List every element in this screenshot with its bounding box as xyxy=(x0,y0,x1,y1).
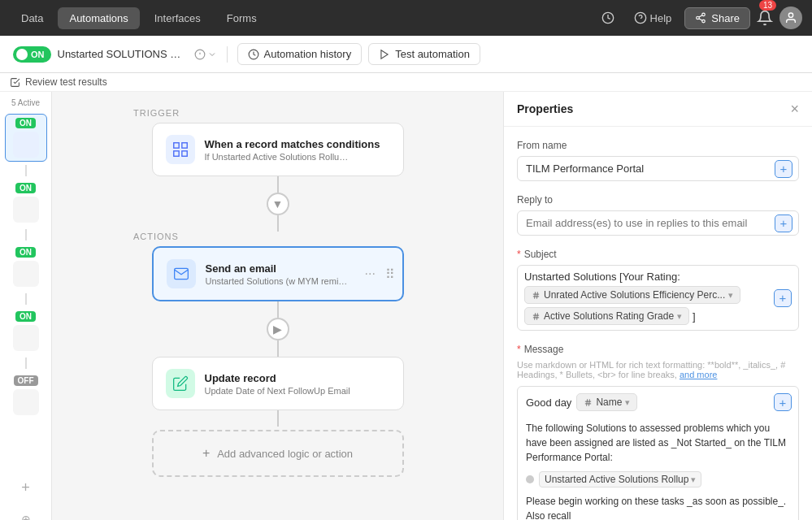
svg-marker-13 xyxy=(381,50,388,58)
message-field-tag[interactable]: Unstarted Active Solutions Rollup ▾ xyxy=(539,471,701,488)
subject-token-2-label: Active Solutions Rating Grade xyxy=(544,310,674,322)
subject-suffix: ] xyxy=(693,310,696,323)
subject-token-1-dropdown[interactable]: ▾ xyxy=(728,290,733,301)
svg-point-3 xyxy=(702,13,706,16)
trigger-label: TRIGGER xyxy=(133,108,180,118)
message-group: * Message Use markdown or HTML for rich … xyxy=(517,344,799,520)
email-more-btn[interactable]: ··· xyxy=(362,265,379,284)
message-editor[interactable]: + Good day Name ▾ The following Solution… xyxy=(517,386,799,520)
update-card-content: Update record Update Date of Next Follow… xyxy=(205,372,390,396)
action-card-update[interactable]: Update record Update Date of Next Follow… xyxy=(152,357,404,410)
message-field-dropdown[interactable]: ▾ xyxy=(691,474,696,485)
subject-required: * xyxy=(517,249,521,260)
sidebar-add-button-2[interactable]: ⊕ xyxy=(15,506,37,520)
action-card-email[interactable]: Send an email Unstarted Solutions (w MYM… xyxy=(152,246,404,301)
message-name-dropdown[interactable]: ▾ xyxy=(625,397,630,408)
test-automation-button[interactable]: Test automation xyxy=(368,43,480,65)
trigger-card[interactable]: When a record matches conditions If Unst… xyxy=(152,123,404,176)
message-required: * xyxy=(517,344,521,355)
left-sidebar: 5 Active ON ON ON ON OFF + ⊕ xyxy=(0,92,52,520)
email-card-actions: ··· ⠿ xyxy=(362,265,398,284)
user-avatar[interactable] xyxy=(779,6,802,29)
sidebar-item-5[interactable]: OFF xyxy=(5,372,47,418)
actions-label: ACTIONS xyxy=(133,232,179,241)
subject-token-1-label: Unrated Active Solutions Efficiency Perc… xyxy=(544,289,725,301)
review-bar[interactable]: Review test results xyxy=(0,73,812,92)
svg-line-28 xyxy=(587,399,588,405)
notification-button[interactable]: 13 xyxy=(757,10,773,26)
help-button[interactable]: Help xyxy=(627,8,679,28)
svg-line-25 xyxy=(536,313,537,319)
sidebar-item-1[interactable]: ON xyxy=(5,114,47,162)
svg-point-5 xyxy=(702,20,706,23)
reply-to-label: Reply to xyxy=(517,194,799,206)
svg-rect-17 xyxy=(173,151,178,156)
trigger-card-sub: If Unstarted Active Solutions Rollup is … xyxy=(205,152,351,162)
history-button[interactable]: Automation history xyxy=(237,43,363,65)
from-name-plus[interactable]: + xyxy=(775,160,792,178)
message-field-row: Unstarted Active Solutions Rollup ▾ xyxy=(526,471,790,488)
email-card-content: Send an email Unstarted Solutions (w MYM… xyxy=(206,262,352,286)
toggle-label: ON xyxy=(31,50,45,59)
nav-tab-data[interactable]: Data xyxy=(10,7,54,29)
message-hint: Use markdown or HTML for rich text forma… xyxy=(517,360,799,379)
properties-panel: Properties × From name + Reply to + xyxy=(503,92,812,520)
sidebar-badge-1: ON xyxy=(15,118,36,128)
subject-plus[interactable]: + xyxy=(774,289,792,307)
nav-tab-automations[interactable]: Automations xyxy=(58,7,139,29)
connector-line-4 xyxy=(277,340,279,357)
email-card-icon xyxy=(167,259,196,288)
reply-to-group: Reply to + xyxy=(517,194,799,236)
from-name-wrap: + xyxy=(517,156,799,181)
message-field-label: Unstarted Active Solutions Rollup xyxy=(545,474,688,485)
sidebar-item-2[interactable]: ON xyxy=(5,180,47,226)
add-icon: + xyxy=(202,446,210,460)
automation-info[interactable] xyxy=(194,49,217,60)
subject-token-2-dropdown[interactable]: ▾ xyxy=(677,311,682,322)
sidebar-add-button[interactable]: + xyxy=(15,473,37,503)
nav-tab-interfaces[interactable]: Interfaces xyxy=(143,7,212,29)
message-greeting-line: Good day Name ▾ xyxy=(526,393,790,411)
email-drag-btn[interactable]: ⠿ xyxy=(382,265,398,284)
sidebar-item-4[interactable]: ON xyxy=(5,308,47,354)
sidebar-badge-2: ON xyxy=(15,183,36,193)
panel-header: Properties × xyxy=(504,92,812,127)
message-body1: The following Solutions to assessed prob… xyxy=(526,421,790,465)
svg-line-21 xyxy=(536,292,537,298)
share-label: Share xyxy=(711,12,740,24)
automation-name[interactable]: Unstarted SOLUTIONS Email to ... xyxy=(58,48,188,60)
connector-circle-2[interactable]: ▶ xyxy=(267,318,289,340)
sidebar-item-3[interactable]: ON xyxy=(5,244,47,290)
subject-row[interactable]: Unstarted Solutions [Your Rating: Unrate… xyxy=(517,265,799,331)
from-name-input[interactable] xyxy=(517,156,799,181)
history-nav-icon[interactable] xyxy=(595,8,621,28)
reply-to-plus[interactable]: + xyxy=(775,214,792,232)
panel-close-button[interactable]: × xyxy=(790,102,799,116)
email-card-title: Send an email xyxy=(206,262,352,275)
add-action-button[interactable]: + Add advanced logic or action xyxy=(152,430,404,477)
share-button[interactable]: Share xyxy=(684,7,750,29)
connector-line-2 xyxy=(277,215,279,232)
update-card-icon xyxy=(166,369,195,398)
help-label: Help xyxy=(650,12,672,24)
update-card-title: Update record xyxy=(205,372,390,384)
message-hint-link[interactable]: and more xyxy=(680,370,717,379)
message-greeting: Good day xyxy=(526,396,571,409)
automation-toggle[interactable]: ON xyxy=(13,46,51,63)
message-plus[interactable]: + xyxy=(774,393,792,411)
connector-circle-1[interactable]: ▼ xyxy=(267,193,289,215)
automation-canvas: TRIGGER When a record matches conditions… xyxy=(52,92,503,520)
subject-token-2[interactable]: Active Solutions Rating Grade ▾ xyxy=(524,307,689,325)
message-name-token[interactable]: Name ▾ xyxy=(576,393,637,411)
update-card-sub: Update Date of Next FollowUp Email xyxy=(205,386,351,396)
sidebar-badge-4: ON xyxy=(15,311,36,322)
message-body2: Please begin working on these tasks _as … xyxy=(526,494,790,520)
notification-count: 13 xyxy=(759,0,776,11)
dot-indicator xyxy=(526,475,534,483)
connector-line-3 xyxy=(277,301,279,318)
svg-line-20 xyxy=(535,292,536,298)
subject-group: * Subject Unstarted Solutions [Your Rati… xyxy=(517,249,799,331)
reply-to-input[interactable] xyxy=(517,210,799,236)
nav-tab-forms[interactable]: Forms xyxy=(215,7,268,29)
subject-token-1[interactable]: Unrated Active Solutions Efficiency Perc… xyxy=(524,286,740,304)
